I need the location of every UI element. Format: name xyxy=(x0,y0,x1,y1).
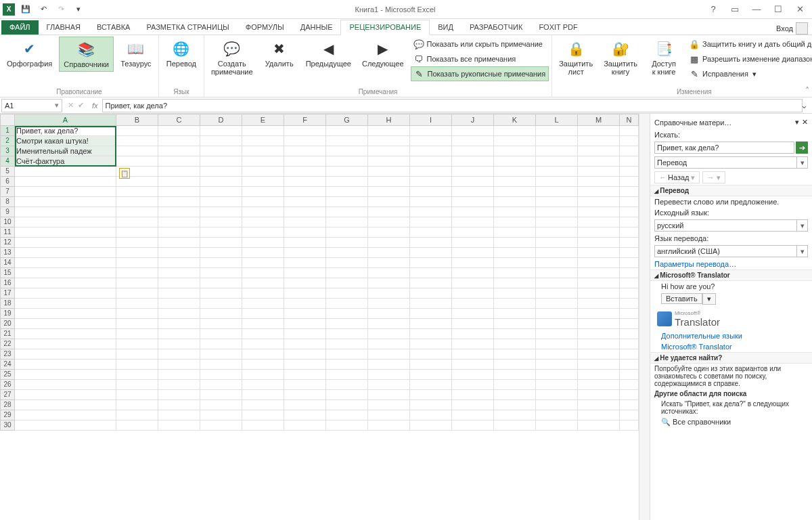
cell[interactable] xyxy=(494,319,536,329)
cell[interactable] xyxy=(494,177,536,187)
cell[interactable] xyxy=(200,288,242,299)
worksheet[interactable]: ABCDEFGHIJKLMN 1Привет, как дела?2Смотри… xyxy=(0,114,639,520)
cell[interactable] xyxy=(368,126,410,136)
cell[interactable] xyxy=(494,339,536,349)
cell[interactable] xyxy=(116,146,158,156)
cell[interactable] xyxy=(158,238,200,248)
cell[interactable] xyxy=(284,146,326,156)
cell[interactable] xyxy=(200,258,242,268)
qat-customize[interactable]: ▾ xyxy=(72,3,85,16)
cell[interactable] xyxy=(284,299,326,309)
cell[interactable] xyxy=(242,207,284,217)
cell[interactable] xyxy=(368,360,410,370)
cell[interactable] xyxy=(410,126,452,136)
col-header[interactable]: E xyxy=(242,114,284,126)
cell[interactable] xyxy=(452,136,494,146)
cell[interactable] xyxy=(452,299,494,309)
cell[interactable] xyxy=(200,156,242,167)
cell[interactable] xyxy=(116,360,158,370)
tab-developer[interactable]: РАЗРАБОТЧИК xyxy=(461,20,531,35)
cell[interactable] xyxy=(452,339,494,349)
cell[interactable] xyxy=(578,400,620,410)
cell[interactable] xyxy=(410,339,452,349)
cell[interactable] xyxy=(536,126,578,136)
cell[interactable] xyxy=(326,136,368,146)
cell[interactable] xyxy=(200,319,242,329)
pane-menu-icon[interactable]: ▾ xyxy=(795,118,799,127)
cell[interactable] xyxy=(200,248,242,258)
cell[interactable] xyxy=(494,309,536,319)
cell[interactable] xyxy=(368,217,410,228)
col-header[interactable]: C xyxy=(158,114,200,126)
cell[interactable] xyxy=(326,329,368,339)
row-header[interactable]: 16 xyxy=(0,278,15,288)
thesaurus-button[interactable]: 📖Тезаурус xyxy=(116,37,156,70)
cell[interactable] xyxy=(410,217,452,228)
cell[interactable] xyxy=(368,309,410,319)
cell[interactable] xyxy=(452,167,494,177)
cell[interactable] xyxy=(158,136,200,146)
cell[interactable] xyxy=(536,309,578,319)
cell[interactable] xyxy=(536,177,578,187)
cell[interactable] xyxy=(158,288,200,299)
back-button[interactable]: ← Назад ▾ xyxy=(654,171,700,183)
cell[interactable] xyxy=(452,156,494,167)
cell[interactable] xyxy=(620,380,639,390)
cell[interactable] xyxy=(578,197,620,207)
cell[interactable] xyxy=(15,349,116,360)
cell[interactable] xyxy=(452,217,494,228)
cell[interactable] xyxy=(200,400,242,410)
cell[interactable] xyxy=(200,349,242,360)
row-header[interactable]: 28 xyxy=(0,400,15,410)
cell[interactable] xyxy=(284,177,326,187)
cell[interactable] xyxy=(452,360,494,370)
cell[interactable] xyxy=(242,156,284,167)
cell[interactable] xyxy=(410,187,452,197)
cell[interactable] xyxy=(494,400,536,410)
col-header[interactable]: G xyxy=(326,114,368,126)
row-header[interactable]: 10 xyxy=(0,217,15,228)
cell[interactable] xyxy=(116,248,158,258)
cell[interactable] xyxy=(15,370,116,380)
track-changes-button[interactable]: ✎Исправления▾ xyxy=(686,66,812,81)
cell[interactable] xyxy=(368,248,410,258)
cell[interactable] xyxy=(326,288,368,299)
cell[interactable] xyxy=(242,248,284,258)
prev-comment-button[interactable]: ◀Предыдущее xyxy=(302,37,355,70)
cell[interactable] xyxy=(494,390,536,400)
cell[interactable] xyxy=(452,197,494,207)
translate-options-link[interactable]: Параметры перевода… xyxy=(650,259,812,269)
cell[interactable] xyxy=(536,299,578,309)
cell[interactable] xyxy=(536,268,578,278)
cell[interactable] xyxy=(284,380,326,390)
show-ink-button[interactable]: ✎Показать рукописные примечания xyxy=(411,66,549,81)
cell[interactable] xyxy=(158,228,200,238)
cell[interactable] xyxy=(620,319,639,329)
tab-home[interactable]: ГЛАВНАЯ xyxy=(39,20,89,35)
cell[interactable] xyxy=(284,238,326,248)
cell[interactable] xyxy=(158,197,200,207)
cell[interactable] xyxy=(452,238,494,248)
row-header[interactable]: 25 xyxy=(0,370,15,380)
cell[interactable] xyxy=(578,248,620,258)
cell[interactable] xyxy=(158,217,200,228)
cell[interactable] xyxy=(116,187,158,197)
cell[interactable] xyxy=(410,278,452,288)
cell[interactable] xyxy=(242,258,284,268)
col-header[interactable]: B xyxy=(116,114,158,126)
cell[interactable] xyxy=(578,268,620,278)
cell[interactable] xyxy=(326,309,368,319)
protect-book-button[interactable]: 🔐Защитить книгу xyxy=(600,37,641,79)
cell[interactable] xyxy=(410,136,452,146)
insert-dropdown[interactable]: ▾ xyxy=(702,293,716,305)
cell[interactable] xyxy=(15,390,116,400)
cell[interactable] xyxy=(284,339,326,349)
cell[interactable] xyxy=(326,339,368,349)
cell[interactable] xyxy=(452,268,494,278)
cell[interactable] xyxy=(15,380,116,390)
cell[interactable] xyxy=(410,146,452,156)
cell[interactable] xyxy=(326,248,368,258)
cell[interactable] xyxy=(620,370,639,380)
cell[interactable] xyxy=(158,146,200,156)
cell[interactable] xyxy=(368,156,410,167)
